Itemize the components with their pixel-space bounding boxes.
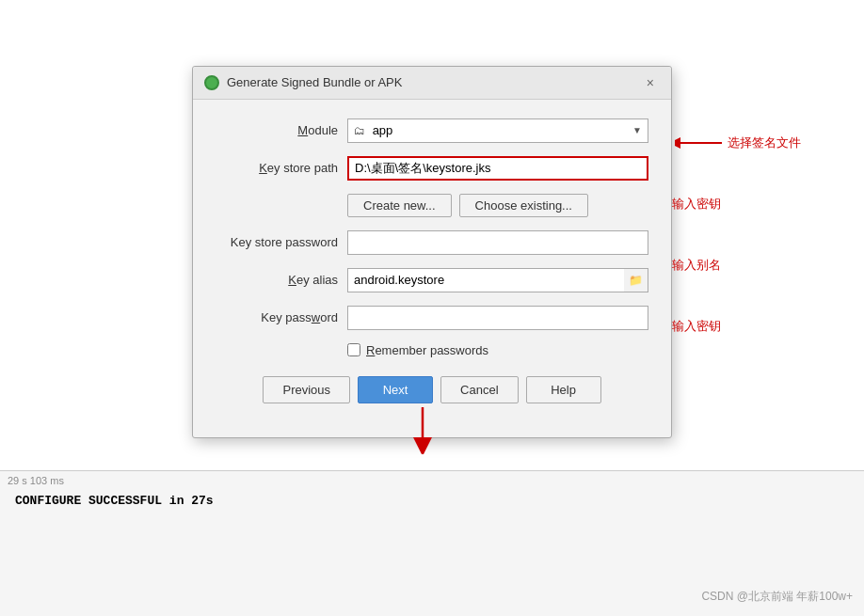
key-alias-field-group: 📁 — [347, 268, 648, 292]
module-icon: 🗂 — [354, 124, 365, 137]
key-alias-input[interactable] — [347, 268, 624, 292]
module-value: app — [373, 123, 393, 137]
help-button[interactable]: Help — [526, 376, 601, 403]
dialog-title: Generate Signed Bundle or APK — [227, 75, 633, 89]
ide-background: 29 s 103 ms CONFIGURE SUCCESSFUL in 27s … — [0, 0, 864, 616]
create-choose-row: Create new... Choose existing... — [347, 194, 648, 217]
keystore-path-input[interactable] — [347, 156, 648, 181]
remember-passwords-checkbox[interactable] — [347, 343, 360, 356]
keystore-password-annotation: 输入密钥 — [672, 196, 721, 213]
next-button[interactable]: Next — [358, 376, 433, 403]
dialog-buttons: Previous Next Cancel Help — [216, 376, 648, 419]
module-dropdown-arrow: ▼ — [632, 125, 642, 135]
key-alias-label: Key alias — [216, 273, 347, 287]
dialog-close-button[interactable]: × — [641, 74, 660, 91]
create-new-button[interactable]: Create new... — [347, 194, 452, 217]
key-password-label: Key password — [216, 310, 347, 324]
key-password-annotation: 输入密钥 — [672, 318, 721, 335]
cancel-button[interactable]: Cancel — [440, 376, 518, 403]
dialog: Generate Signed Bundle or APK × MModuleo… — [192, 66, 672, 438]
module-row: MModuleodule 🗂 app ▼ — [216, 118, 648, 143]
remember-passwords-row: Remember passwords — [347, 343, 648, 357]
keystore-password-input[interactable] — [347, 230, 648, 255]
dialog-body: MModuleodule 🗂 app ▼ Key store path — [193, 100, 671, 437]
keystore-password-row: Key store password — [216, 230, 648, 255]
dialog-overlay: Generate Signed Bundle or APK × MModuleo… — [0, 0, 864, 616]
remember-passwords-label[interactable]: Remember passwords — [366, 343, 488, 357]
choose-existing-button[interactable]: Choose existing... — [459, 194, 588, 217]
keystore-path-row: Key store path — [216, 156, 648, 181]
keystore-path-label: Key store path — [216, 161, 347, 175]
previous-button[interactable]: Previous — [263, 376, 350, 403]
module-select[interactable]: 🗂 app ▼ — [347, 118, 648, 143]
folder-icon: 📁 — [629, 274, 643, 287]
dialog-titlebar: Generate Signed Bundle or APK × — [193, 67, 671, 100]
choose-existing-annotation: 选择签名文件 — [728, 134, 801, 151]
keystore-password-label: Key store password — [216, 235, 347, 249]
key-password-row: Key password — [216, 306, 648, 330]
key-alias-browse-button[interactable]: 📁 — [624, 268, 648, 292]
choose-existing-arrow-icon — [675, 135, 722, 150]
module-label: MModuleodule — [216, 123, 347, 137]
key-password-input[interactable] — [347, 306, 648, 330]
key-alias-annotation: 输入别名 — [672, 257, 721, 274]
dialog-icon — [204, 75, 219, 90]
key-alias-row: Key alias 📁 — [216, 268, 648, 292]
